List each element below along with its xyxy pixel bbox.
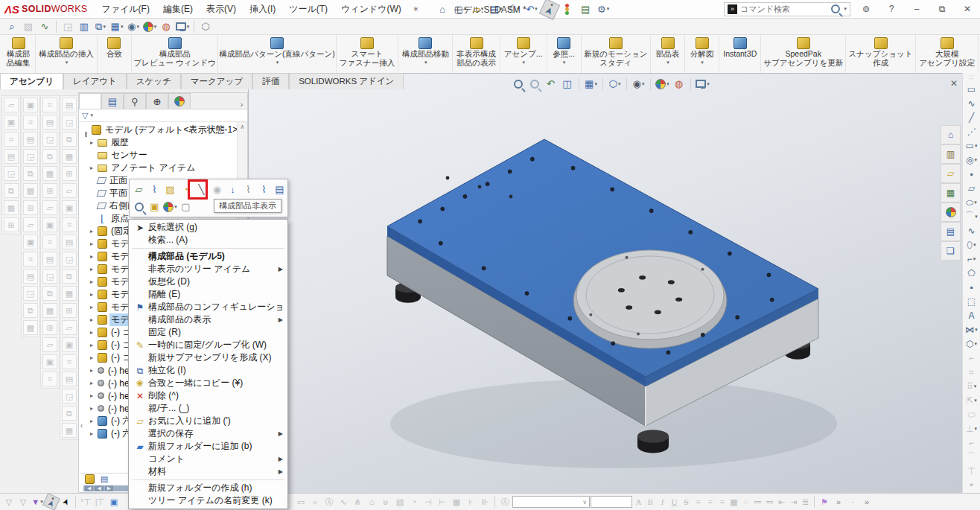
tool-icon[interactable]: ◲ bbox=[62, 389, 77, 404]
tool-icon[interactable]: ◲ bbox=[62, 252, 77, 267]
tab-アセンブリ[interactable]: アセンブリ bbox=[0, 73, 63, 89]
tab-レイアウト[interactable]: レイアウト bbox=[63, 73, 127, 89]
menu-item-材料[interactable]: 材料▶ bbox=[129, 465, 287, 478]
menu-item-一時的に固定/グループ化 (W)[interactable]: ✎一時的に固定/グループ化 (W) bbox=[129, 339, 287, 351]
format-icon[interactable]: S bbox=[681, 497, 692, 506]
selection-filter-icon[interactable]: ▦ bbox=[450, 495, 463, 509]
menu-ファイル[interactable]: ファイル(F) bbox=[95, 0, 156, 19]
selection-filter-icon[interactable]: ⊣ bbox=[421, 495, 435, 509]
tool-icon[interactable]: ⧉ bbox=[62, 406, 77, 421]
edit-mates-icon[interactable]: ⌇ bbox=[241, 181, 256, 198]
move-icon[interactable]: ⇱▾ bbox=[964, 393, 979, 407]
point-filter-icon[interactable]: °⊤ bbox=[79, 495, 92, 509]
graphics-viewport[interactable]: ↶◫▦▾⬡▾◉▾▾◍▾ ✕ bbox=[248, 73, 980, 493]
file-explorer-icon[interactable]: ▱ bbox=[941, 164, 961, 183]
select-dropdown[interactable]: ▾ bbox=[550, 2, 553, 8]
edit-part-icon[interactable]: ▱ bbox=[131, 181, 147, 198]
custom-properties-icon[interactable]: ▤ bbox=[941, 222, 961, 241]
view-orientation-icon[interactable]: ▦▾ bbox=[584, 77, 598, 91]
expander-icon[interactable]: ▸ bbox=[88, 291, 95, 298]
tool-icon[interactable]: ▤ bbox=[4, 149, 19, 164]
corner-rectangle-icon[interactable]: ▭ bbox=[964, 82, 979, 96]
bill-of-materials-dropdown[interactable]: ▾ bbox=[666, 60, 669, 66]
tree-filter-bar[interactable]: ▽ ▾ bbox=[79, 109, 247, 122]
menu-表示[interactable]: 表示(V) bbox=[200, 0, 243, 19]
format-icon[interactable]: ≡ bbox=[704, 497, 716, 506]
search-icon[interactable] bbox=[831, 4, 840, 13]
size-box[interactable] bbox=[591, 496, 632, 508]
display-style-icon[interactable]: ⬡▾ bbox=[608, 77, 622, 91]
tool-icon[interactable]: ▦ bbox=[62, 286, 77, 301]
sketchbar-more-icon[interactable]: » bbox=[970, 481, 973, 488]
slot-icon[interactable]: ⬭▾ bbox=[964, 195, 979, 209]
mate-icon[interactable]: ⌇ bbox=[147, 181, 162, 198]
tool-icon[interactable]: ◲ bbox=[62, 115, 77, 130]
tool-icon[interactable]: ▤ bbox=[62, 98, 77, 112]
select-tool-dropdown[interactable]: ▾ bbox=[51, 495, 54, 501]
restore-button[interactable]: ⧉ bbox=[932, 4, 952, 14]
linear-component-pattern-dropdown[interactable]: ▾ bbox=[276, 60, 279, 66]
tool-icon[interactable]: ⌗ bbox=[23, 252, 38, 267]
appearances-dropdown[interactable]: ▾ bbox=[154, 24, 157, 30]
section-view-icon[interactable]: ◫ bbox=[560, 77, 574, 91]
menu-item-隔離 (E)[interactable]: 隔離 (E) bbox=[129, 288, 287, 301]
expander-icon[interactable]: ▸ bbox=[88, 329, 95, 336]
tool-icon[interactable]: ▦ bbox=[42, 303, 57, 318]
filter-vertices-icon[interactable]: ▼▾ bbox=[31, 495, 44, 509]
large-assembly-settings-button[interactable]: 大規模アセンブリ設定 bbox=[916, 35, 979, 74]
filter-faces-icon[interactable]: ▽ bbox=[2, 495, 16, 509]
tool-icon[interactable]: ◲ bbox=[23, 149, 38, 164]
format-icon[interactable]: ≡ bbox=[716, 497, 728, 506]
preview-window-icon[interactable]: ▣ bbox=[147, 198, 162, 215]
appearances-icon[interactable]: ▾ bbox=[142, 19, 157, 34]
invert-selection-icon[interactable]: ➤ bbox=[57, 493, 74, 510]
tool-icon[interactable]: ▱ bbox=[4, 98, 19, 112]
forum-icon[interactable]: ❏ bbox=[941, 241, 961, 261]
bill-of-materials-button[interactable]: 部品表▾ bbox=[651, 35, 685, 74]
selection-filter-icon[interactable]: ▧ bbox=[393, 495, 407, 509]
magnified-selection-icon[interactable]: ⌕ bbox=[4, 19, 19, 34]
line-icon[interactable]: ╱ bbox=[964, 110, 979, 124]
tool-icon[interactable]: ▦ bbox=[62, 149, 77, 164]
smart-fasteners-button[interactable]: スマートファスナー挿入 bbox=[337, 35, 399, 74]
tree-item-履歴[interactable]: ▸履歴 bbox=[79, 136, 247, 149]
traffic-light-icon[interactable] bbox=[559, 1, 576, 17]
toolbar-drag-handle[interactable]: ⋯⋯ bbox=[969, 74, 975, 80]
view-palette-icon[interactable]: ▦ bbox=[941, 183, 961, 203]
fillet-dropdown[interactable]: ▾ bbox=[973, 256, 976, 262]
suppress-icon[interactable]: ↓ bbox=[225, 181, 241, 198]
pin-icon[interactable]: ✶ bbox=[413, 4, 419, 14]
tool-icon[interactable]: ▤ bbox=[42, 115, 57, 130]
annotation-icon[interactable]: Ⓐ bbox=[498, 495, 512, 509]
circle-icon[interactable]: ◎▾ bbox=[964, 153, 979, 167]
transparency-icon[interactable]: ◉ bbox=[209, 181, 225, 198]
tool-icon[interactable]: ⌗ bbox=[62, 354, 77, 369]
tool-icon[interactable]: ⌗ bbox=[42, 98, 57, 112]
tool-icon[interactable]: ▱ bbox=[42, 200, 57, 215]
tool-icon[interactable]: ◲ bbox=[42, 269, 57, 284]
mirror-icon[interactable]: ⋈▾ bbox=[964, 322, 979, 337]
home-icon[interactable]: ⌂ bbox=[434, 1, 451, 17]
expander-icon[interactable]: ▸ bbox=[88, 316, 95, 323]
tool-icon[interactable]: ⧉ bbox=[23, 166, 38, 181]
selection-filter-icon[interactable]: ∿ bbox=[337, 495, 350, 509]
zoom-area-icon[interactable] bbox=[527, 77, 541, 91]
tool-icon[interactable]: ⧉ bbox=[42, 149, 57, 164]
tool-icon[interactable]: ◲ bbox=[4, 166, 19, 181]
expander-icon[interactable]: ▸ bbox=[88, 228, 95, 235]
properties-icon[interactable]: ▤ bbox=[577, 1, 594, 17]
insert-components-button[interactable]: 構成部品の挿入▾ bbox=[36, 35, 98, 74]
tab-スケッチ[interactable]: スケッチ bbox=[127, 73, 181, 89]
box-select-icon[interactable]: ▧ bbox=[21, 19, 36, 34]
slot-2-icon[interactable]: ⬭ bbox=[964, 407, 979, 421]
tool-icon[interactable]: ⌗ bbox=[23, 115, 38, 130]
menu-item-新規フォルダーの作成 (h)[interactable]: 新規フォルダーの作成 (h) bbox=[129, 482, 287, 494]
instant3d-button[interactable]: Instant3D bbox=[719, 35, 761, 74]
selection-filter-icon[interactable]: ⊦ bbox=[464, 495, 477, 509]
tool-icon[interactable]: ▣ bbox=[23, 235, 38, 249]
mate-button[interactable]: 合致 bbox=[98, 35, 132, 74]
3d-box-dropdown[interactable]: ▾ bbox=[974, 341, 977, 347]
format-icon[interactable]: I bbox=[657, 497, 668, 506]
scroll-up-icon[interactable]: ∧ bbox=[241, 124, 245, 130]
tool-icon[interactable]: ⧉ bbox=[23, 303, 38, 318]
